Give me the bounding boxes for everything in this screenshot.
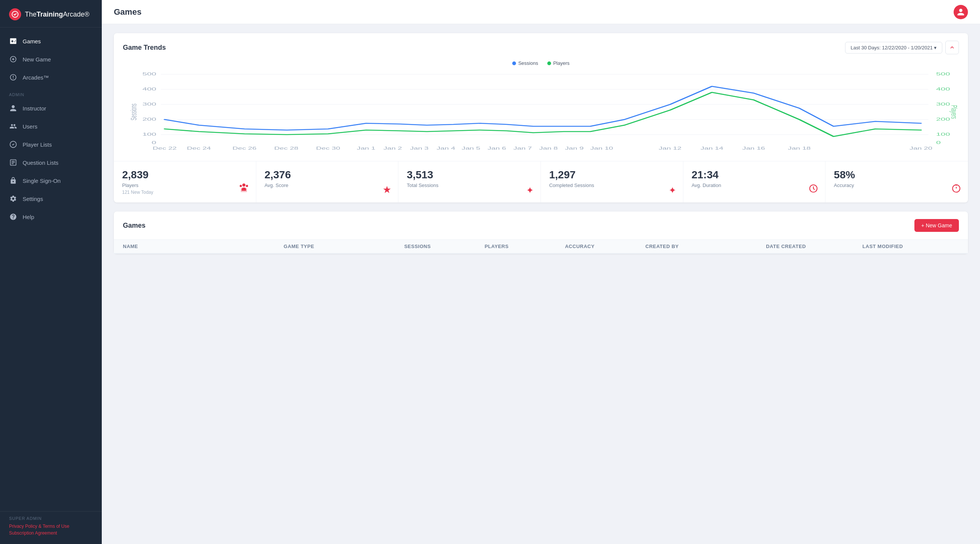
stat-card-accuracy: 58% Accuracy (826, 161, 968, 202)
stat-card-completed-sessions: 1,297 Completed Sessions ✦ (541, 161, 683, 202)
sidebar-item-label-arcades: Arcades™ (22, 74, 49, 81)
arcades-icon (9, 73, 18, 81)
chart-container: 500 400 300 200 100 0 500 400 300 200 10… (123, 70, 959, 153)
sidebar-item-label-question-lists: Question Lists (22, 159, 59, 166)
date-range-button[interactable]: Last 30 Days: 12/22/2020 - 1/20/2021 ▾ (845, 42, 942, 54)
svg-text:500: 500 (143, 72, 156, 76)
svg-text:Dec 24: Dec 24 (187, 146, 211, 150)
th-date-created: Date Created (766, 243, 862, 249)
games-icon (9, 37, 18, 45)
stat-label-completed: Completed Sessions (549, 183, 675, 188)
chart-legend: Sessions Players (123, 60, 959, 66)
sidebar-item-player-lists[interactable]: Player Lists (0, 135, 102, 153)
th-last-modified: Last Modified (862, 243, 959, 249)
stat-label-accuracy: Accuracy (834, 183, 959, 188)
stat-card-avg-duration: 21:34 Avg. Duration (683, 161, 826, 202)
stat-label-players: Players (122, 183, 248, 188)
svg-text:0: 0 (936, 140, 941, 145)
players-legend-label: Players (553, 60, 570, 66)
subscription-agreement-link[interactable]: Subscription Agreement (9, 530, 93, 536)
game-trends-title: Game Trends (123, 44, 166, 52)
sidebar-item-instructor[interactable]: Instructor (0, 99, 102, 117)
sidebar-item-label-help: Help (22, 214, 34, 220)
stat-icon-accuracy (951, 184, 961, 196)
sidebar-item-users[interactable]: Users (0, 117, 102, 135)
svg-text:Dec 28: Dec 28 (274, 146, 299, 150)
players-legend-dot (547, 62, 551, 65)
sidebar-item-label-users: Users (22, 123, 37, 130)
sidebar-item-help[interactable]: Help (0, 208, 102, 226)
instructor-icon (9, 104, 18, 112)
stat-value-avg-score: 2,376 (265, 169, 390, 181)
svg-text:Jan 3: Jan 3 (410, 146, 429, 150)
stats-row: 2,839 Players 121 New Today 2,376 Avg. S… (114, 161, 968, 202)
content-area: Game Trends Last 30 Days: 12/22/2020 - 1… (102, 24, 980, 544)
question-lists-icon (9, 158, 18, 167)
date-range-selector: Last 30 Days: 12/22/2020 - 1/20/2021 ▾ (845, 41, 959, 54)
stat-value-total-sessions: 3,513 (407, 169, 532, 181)
games-card: Games + New Game Name Game Type Sessions… (114, 212, 968, 254)
stat-label-avg-duration: Avg. Duration (692, 183, 817, 188)
stat-icon-avg-duration (808, 184, 818, 196)
th-name: Name (123, 243, 284, 249)
new-game-icon (9, 55, 18, 63)
chart-area: Sessions Players (114, 54, 968, 161)
page-title: Games (114, 7, 142, 17)
svg-text:Dec 22: Dec 22 (153, 146, 177, 150)
sidebar-item-question-lists[interactable]: Question Lists (0, 153, 102, 172)
main-nav: Games New Game Arcades™ ADMIN Instructor (0, 27, 102, 511)
sidebar-item-settings[interactable]: Settings (0, 189, 102, 208)
sessions-legend-dot (512, 62, 516, 65)
th-players: Players (485, 243, 565, 249)
sidebar-item-label-new-game: New Game (22, 56, 51, 63)
help-icon (9, 213, 18, 221)
stat-label-total-sessions: Total Sessions (407, 183, 532, 188)
svg-text:Dec 30: Dec 30 (316, 146, 340, 150)
stat-value-completed: 1,297 (549, 169, 675, 181)
stat-sub-players: 121 New Today (122, 189, 248, 195)
users-icon (9, 122, 18, 130)
sidebar-item-label-player-lists: Player Lists (22, 142, 52, 148)
svg-text:Jan 6: Jan 6 (487, 146, 506, 150)
players-legend: Players (547, 60, 570, 66)
stat-card-total-sessions: 3,513 Total Sessions ✦ (398, 161, 541, 202)
logo-icon (9, 8, 21, 21)
privacy-policy-link[interactable]: Privacy Policy & Terms of Use (9, 523, 93, 529)
svg-text:100: 100 (936, 132, 950, 137)
sidebar-item-label-settings: Settings (22, 196, 43, 202)
svg-text:Jan 1: Jan 1 (357, 146, 375, 150)
sidebar-item-sso[interactable]: Single Sign-On (0, 172, 102, 189)
svg-text:Jan 18: Jan 18 (788, 146, 811, 150)
stat-value-avg-duration: 21:34 (692, 169, 817, 181)
stat-value-players: 2,839 (122, 169, 248, 181)
logo-text: TheTrainingArcade® (25, 11, 89, 19)
svg-text:0: 0 (151, 140, 156, 145)
sidebar-item-games[interactable]: Games (0, 32, 102, 50)
stat-icon-avg-score: ★ (383, 184, 391, 196)
main-content: Games Game Trends Last 30 Days: 12/22/20… (102, 0, 980, 544)
svg-text:Jan 4: Jan 4 (436, 146, 455, 150)
super-admin-label: SUPER ADMIN (9, 516, 93, 521)
stat-icon-total-sessions: ✦ (526, 185, 534, 196)
svg-text:Jan 7: Jan 7 (513, 146, 532, 150)
sidebar-item-arcades[interactable]: Arcades™ (0, 68, 102, 86)
svg-text:Jan 16: Jan 16 (742, 146, 765, 150)
collapse-button[interactable] (945, 41, 959, 54)
svg-point-48 (242, 184, 245, 187)
sessions-legend-label: Sessions (518, 60, 538, 66)
sidebar: TheTrainingArcade® Games New Game Arcade… (0, 0, 102, 544)
svg-text:200: 200 (143, 117, 156, 122)
svg-text:100: 100 (143, 132, 156, 137)
sidebar-item-new-game[interactable]: New Game (0, 50, 102, 68)
new-game-button[interactable]: + New Game (915, 219, 959, 232)
svg-text:300: 300 (936, 102, 950, 107)
sessions-legend: Sessions (512, 60, 538, 66)
svg-text:500: 500 (936, 72, 950, 76)
game-trends-card: Game Trends Last 30 Days: 12/22/2020 - 1… (114, 33, 968, 202)
svg-text:400: 400 (936, 87, 950, 92)
svg-text:Jan 20: Jan 20 (910, 146, 932, 150)
svg-point-50 (240, 185, 242, 187)
user-avatar[interactable] (954, 5, 968, 19)
svg-text:Sessions: Sessions (129, 104, 138, 121)
stat-card-avg-score: 2,376 Avg. Score ★ (256, 161, 399, 202)
